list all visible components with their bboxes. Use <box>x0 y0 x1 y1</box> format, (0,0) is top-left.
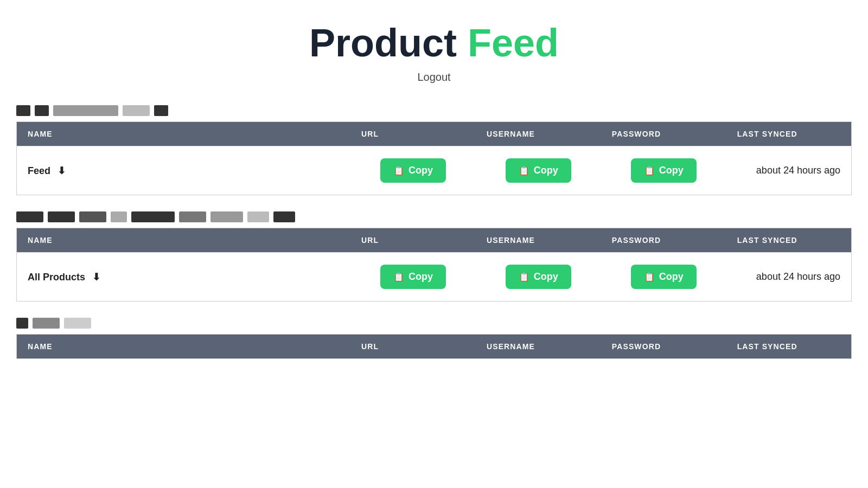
col-header-url: URL <box>350 122 476 146</box>
meta-block <box>16 318 28 329</box>
meta-block <box>273 211 295 222</box>
row-url: 📋 Copy <box>350 253 476 301</box>
password-copy-button[interactable]: 📋 Copy <box>631 158 697 183</box>
table-row: All Products ⬇ 📋 Copy 📋 Copy <box>17 253 852 301</box>
meta-block <box>33 318 60 329</box>
meta-block <box>111 211 127 222</box>
col-header-lastsynced: LAST SYNCED <box>726 335 852 359</box>
meta-block <box>64 318 91 329</box>
meta-block <box>210 211 243 222</box>
password-copy-button[interactable]: 📋 Copy <box>631 265 697 289</box>
row-url: 📋 Copy <box>350 146 476 195</box>
copy-icon: 📋 <box>644 165 655 176</box>
row-password: 📋 Copy <box>601 146 726 195</box>
col-header-url: URL <box>350 335 476 359</box>
col-header-password: PASSWORD <box>601 335 726 359</box>
username-copy-button[interactable]: 📋 Copy <box>506 158 571 183</box>
row-username: 📋 Copy <box>476 146 601 195</box>
section-1-meta <box>16 105 852 116</box>
col-header-name: NAME <box>17 335 351 359</box>
table-header-row: NAME URL USERNAME PASSWORD LAST SYNCED <box>17 228 852 253</box>
col-header-username: USERNAME <box>476 335 601 359</box>
url-copy-button[interactable]: 📋 Copy <box>380 265 446 289</box>
download-icon: ⬇ <box>58 165 66 177</box>
row-last-synced: about 24 hours ago <box>726 146 852 195</box>
page-header: Product Feed Logout <box>0 0 868 89</box>
section-3-table: NAME URL USERNAME PASSWORD LAST SYNCED <box>16 334 852 359</box>
content-area: NAME URL USERNAME PASSWORD LAST SYNCED F… <box>0 89 868 359</box>
feed-section-2: NAME URL USERNAME PASSWORD LAST SYNCED A… <box>16 211 852 301</box>
meta-block <box>154 105 168 116</box>
feed-section-1: NAME URL USERNAME PASSWORD LAST SYNCED F… <box>16 105 852 195</box>
table-header-row: NAME URL USERNAME PASSWORD LAST SYNCED <box>17 122 852 146</box>
row-name: Feed ⬇ <box>17 146 351 195</box>
copy-icon: 📋 <box>644 272 655 282</box>
row-password: 📋 Copy <box>601 253 726 301</box>
col-header-username: USERNAME <box>476 122 601 146</box>
row-name: All Products ⬇ <box>17 253 351 301</box>
col-header-password: PASSWORD <box>601 122 726 146</box>
meta-block <box>53 105 118 116</box>
table-header-row: NAME URL USERNAME PASSWORD LAST SYNCED <box>17 335 852 359</box>
copy-icon: 📋 <box>393 165 404 176</box>
meta-block <box>48 211 75 222</box>
col-header-url: URL <box>350 228 476 253</box>
title-product: Product <box>309 21 457 65</box>
meta-block <box>35 105 49 116</box>
copy-icon: 📋 <box>519 165 529 176</box>
col-header-username: USERNAME <box>476 228 601 253</box>
title-feed: Feed <box>468 21 559 65</box>
table-row: Feed ⬇ 📋 Copy 📋 Copy <box>17 146 852 195</box>
row-username: 📋 Copy <box>476 253 601 301</box>
username-copy-button[interactable]: 📋 Copy <box>506 265 571 289</box>
meta-block <box>16 105 30 116</box>
col-header-name: NAME <box>17 228 351 253</box>
logout-link[interactable]: Logout <box>0 71 868 84</box>
meta-block <box>79 211 106 222</box>
meta-block <box>179 211 206 222</box>
row-last-synced: about 24 hours ago <box>726 253 852 301</box>
col-header-name: NAME <box>17 122 351 146</box>
section-2-table: NAME URL USERNAME PASSWORD LAST SYNCED A… <box>16 228 852 301</box>
copy-icon: 📋 <box>519 272 529 282</box>
download-icon: ⬇ <box>92 271 100 283</box>
section-3-meta <box>16 318 852 329</box>
meta-block <box>123 105 150 116</box>
meta-block <box>247 211 269 222</box>
meta-block <box>131 211 175 222</box>
col-header-lastsynced: LAST SYNCED <box>726 228 852 253</box>
section-1-table: NAME URL USERNAME PASSWORD LAST SYNCED F… <box>16 121 852 195</box>
section-2-meta <box>16 211 852 222</box>
url-copy-button[interactable]: 📋 Copy <box>380 158 446 183</box>
col-header-lastsynced: LAST SYNCED <box>726 122 852 146</box>
meta-block <box>16 211 43 222</box>
feed-section-3: NAME URL USERNAME PASSWORD LAST SYNCED <box>16 318 852 359</box>
col-header-password: PASSWORD <box>601 228 726 253</box>
page-title: Product Feed <box>0 22 868 65</box>
copy-icon: 📋 <box>393 272 404 282</box>
